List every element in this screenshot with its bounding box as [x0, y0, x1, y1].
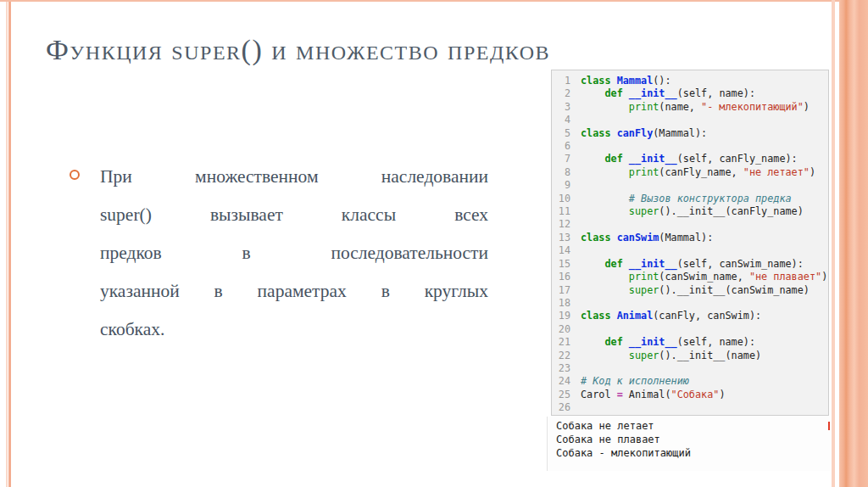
line-number: 13: [552, 232, 581, 244]
output-line: Собака - млекопитающий: [548, 446, 831, 460]
line-number: 2: [552, 87, 581, 100]
output-line: Собака не летает: [548, 419, 831, 433]
line-number: 6: [552, 140, 581, 153]
bullet-text-line: super() вызывает классы всех: [100, 196, 488, 234]
bullet-text-block: При множественном наследованииsuper() вы…: [100, 158, 488, 349]
code-text: [581, 244, 587, 256]
bullet-text-line: указанной в параметрах в круглых: [100, 272, 488, 311]
code-line: 8 print(canFly_name, "не летает"): [552, 166, 828, 179]
left-accent-stripe-light: [6, 2, 8, 487]
line-number: 12: [552, 218, 581, 231]
code-line: 5class canFly(Mammal):: [552, 127, 828, 140]
code-text: print(canSwim_name, "не плавает"): [581, 271, 827, 283]
bullet-text-line: скобках.: [100, 311, 488, 349]
line-number: 26: [552, 401, 581, 414]
code-line: 3 print(name, "- млекопитающий"): [552, 101, 828, 114]
code-line: 18: [552, 297, 828, 310]
line-number: 24: [552, 375, 581, 388]
line-number: 17: [552, 284, 581, 297]
code-line: 15 def __init__(self, canSwim_name):: [552, 258, 828, 271]
line-number: 21: [552, 336, 581, 349]
line-number: 22: [552, 350, 581, 362]
code-text: def __init__(self, canSwim_name):: [581, 258, 804, 270]
code-line: 21 def __init__(self, name):: [552, 336, 828, 349]
code-line: 23: [552, 362, 828, 375]
code-line: 24# Код к исполнению: [552, 375, 828, 388]
line-number: 19: [552, 310, 581, 322]
line-number: 4: [552, 114, 581, 126]
code-line: 10 # Вызов конструктора предка: [552, 193, 828, 205]
line-number: 8: [552, 166, 581, 179]
code-text: class canSwim(Mammal):: [581, 232, 713, 244]
code-line: 19class Animal(canFly, canSwim):: [552, 310, 828, 322]
left-accent-stripe-dark: [8, 2, 11, 487]
line-number: 20: [552, 323, 581, 336]
code-text: def __init__(self, name):: [581, 336, 755, 348]
code-line: 1class Mammal():: [552, 75, 828, 87]
code-text: [581, 323, 587, 335]
output-line: Собака не плавает: [548, 433, 831, 446]
line-number: 23: [552, 362, 581, 375]
bullet-marker: [70, 170, 80, 180]
code-line: 2 def __init__(self, name):: [552, 87, 828, 100]
code-text: print(name, "- млекопитающий"): [581, 101, 810, 113]
code-line: 20: [552, 323, 828, 336]
code-text: print(canFly_name, "не летает"): [581, 166, 815, 178]
code-line: 26: [552, 401, 828, 414]
line-number: 14: [552, 244, 581, 257]
presentation-slide: Функция super() и множество предков При …: [0, 0, 868, 487]
right-accent-thin-line: [832, 0, 835, 487]
line-number: 18: [552, 297, 581, 310]
code-text: Carol = Animal("Собака"): [581, 389, 726, 400]
code-text: [581, 297, 587, 309]
code-text: # Код к исполнению: [581, 375, 689, 387]
bullet-text-line: предков в последовательности: [100, 234, 488, 272]
code-line: 13class canSwim(Mammal):: [552, 232, 828, 244]
code-line: 12: [552, 218, 828, 231]
line-number: 10: [552, 193, 581, 205]
code-text: class canFly(Mammal):: [581, 127, 707, 139]
code-text: [581, 362, 587, 374]
right-accent-band: [839, 0, 868, 487]
output-scrollbar-mark: [828, 422, 830, 430]
code-text: [581, 140, 587, 152]
line-number: 11: [552, 205, 581, 218]
top-accent-line: [0, 0, 868, 2]
code-text: # Вызов конструктора предка: [581, 193, 792, 204]
code-text: [581, 401, 587, 413]
code-text: [581, 179, 587, 191]
code-text: [581, 218, 587, 230]
line-number: 5: [552, 127, 581, 140]
code-line: 25Carol = Animal("Собака"): [552, 389, 828, 401]
code-line: 11 super().__init__(canFly_name): [552, 205, 828, 218]
code-text: super().__init__(name): [581, 350, 761, 361]
code-line: 17 super().__init__(canSwim_name): [552, 284, 828, 297]
code-text: super().__init__(canSwim_name): [581, 284, 810, 296]
code-line: 22 super().__init__(name): [552, 350, 828, 362]
code-text: [581, 114, 587, 126]
code-output-panel: Собака не летаетСобака не плаваетСобака …: [547, 417, 831, 471]
code-line: 16 print(canSwim_name, "не плавает"): [552, 271, 828, 283]
line-number: 3: [552, 101, 581, 114]
bullet-text-line: При множественном наследовании: [100, 158, 488, 196]
code-line: 6: [552, 140, 828, 153]
code-text: class Animal(canFly, canSwim):: [581, 310, 761, 322]
slide-title: Функция super() и множество предков: [46, 34, 826, 66]
code-line: 14: [552, 244, 828, 257]
code-text: super().__init__(canFly_name): [581, 205, 804, 217]
line-number: 15: [552, 258, 581, 271]
line-number: 7: [552, 153, 581, 165]
code-text: class Mammal():: [581, 75, 671, 87]
code-line: 4: [552, 114, 828, 126]
code-line: 7 def __init__(self, canFly_name):: [552, 153, 828, 165]
code-panel: 1class Mammal():2 def __init__(self, nam…: [551, 70, 829, 416]
line-number: 25: [552, 389, 581, 401]
code-line: 9: [552, 179, 828, 192]
line-number: 16: [552, 271, 581, 283]
line-number: 1: [552, 75, 581, 87]
code-text: def __init__(self, name):: [581, 87, 755, 99]
code-text: def __init__(self, canFly_name):: [581, 153, 798, 165]
line-number: 9: [552, 179, 581, 192]
